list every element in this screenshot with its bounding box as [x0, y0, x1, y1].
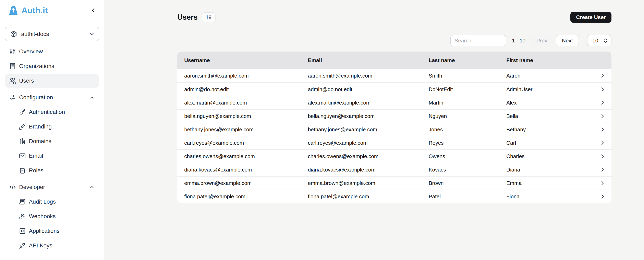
- table-body: aaron.smith@example.com aaron.smith@exam…: [177, 69, 612, 203]
- chevron-right-icon: [600, 167, 605, 172]
- sidebar-nav: Overview Organizations Users: [0, 41, 104, 257]
- column-header-email: Email: [301, 57, 422, 64]
- sidebar-item-branding[interactable]: Branding: [5, 120, 99, 133]
- sidebar-item-applications[interactable]: Applications: [5, 224, 99, 238]
- table-row[interactable]: alex.martin@example.com alex.martin@exam…: [177, 96, 612, 109]
- sidebar-item-audit-logs[interactable]: Audit Logs: [5, 195, 99, 209]
- next-page-button[interactable]: Next: [556, 35, 579, 46]
- chevron-down-icon: [89, 31, 95, 37]
- building-icon: [9, 63, 16, 70]
- pagination-range: 1 - 10: [512, 37, 526, 44]
- scroll-icon: [19, 198, 26, 205]
- paintbrush-icon: [19, 123, 26, 130]
- mail-icon: [19, 152, 26, 159]
- sidebar-item-organizations[interactable]: Organizations: [5, 59, 99, 73]
- table-row[interactable]: bella.nguyen@example.com bella.nguyen@ex…: [177, 109, 612, 123]
- page-header: Users 19 Create User: [177, 12, 612, 23]
- page-size-value: 10: [592, 37, 598, 44]
- chevron-right-icon: [600, 100, 605, 106]
- chevron-right-icon: [600, 180, 605, 186]
- sidebar-item-email[interactable]: Email: [5, 149, 99, 163]
- chevron-up-icon: [89, 184, 95, 190]
- chevron-right-icon: [600, 127, 605, 132]
- table-row[interactable]: aaron.smith@example.com aaron.smith@exam…: [177, 69, 612, 82]
- sidebar-item-api-keys[interactable]: API Keys: [5, 239, 99, 253]
- create-user-button[interactable]: Create User: [570, 12, 612, 23]
- table-row[interactable]: emma.brown@example.com emma.brown@exampl…: [177, 176, 612, 190]
- sidebar-item-configuration[interactable]: Configuration: [5, 91, 99, 104]
- column-header-first-name: First name: [500, 57, 594, 64]
- table-header-row: Username Email Last name First name: [177, 52, 612, 69]
- chevron-right-icon: [600, 194, 605, 199]
- column-header-username: Username: [177, 57, 301, 64]
- app-window-code-icon: [19, 227, 26, 235]
- table-row[interactable]: admin@do.not.edit admin@do.not.edit DoNo…: [177, 82, 612, 96]
- sidebar-item-authentication[interactable]: Authentication: [5, 105, 99, 119]
- project-name: authit-docs: [21, 31, 49, 37]
- chevron-left-icon: [90, 7, 96, 13]
- search-input[interactable]: [450, 35, 506, 46]
- sidebar-item-developer[interactable]: Developer: [5, 180, 99, 194]
- table-row[interactable]: bethany.jones@example.com bethany.jones@…: [177, 123, 612, 136]
- prev-page-button[interactable]: Prev: [530, 35, 553, 46]
- table-controls: 1 - 10 Prev Next 10: [177, 35, 612, 46]
- sidebar-item-domains[interactable]: Domains: [5, 134, 99, 148]
- code-icon: [9, 183, 16, 191]
- sidebar-header: Auth.it: [0, 0, 104, 21]
- building-skyscraper-icon: [19, 138, 26, 145]
- table-row[interactable]: fiona.patel@example.com fiona.patel@exam…: [177, 190, 612, 203]
- chevron-up-icon: [89, 95, 95, 100]
- column-header-last-name: Last name: [422, 57, 500, 64]
- dashboard-icon: [9, 48, 16, 55]
- key-icon: [19, 108, 26, 116]
- chevron-right-icon: [600, 87, 605, 92]
- table-row[interactable]: charles.owens@example.com charles.owens@…: [177, 149, 612, 163]
- sliders-icon: [9, 94, 16, 101]
- users-table: Username Email Last name First name aaro…: [177, 52, 612, 203]
- sidebar-item-roles[interactable]: Roles: [5, 164, 99, 177]
- cube-icon: [10, 30, 18, 38]
- id-badge-icon: [19, 167, 26, 174]
- lock-a-icon: [9, 5, 18, 15]
- page-size-select[interactable]: 10: [587, 35, 612, 46]
- chevron-right-icon: [600, 153, 605, 159]
- sidebar-item-webhooks[interactable]: Webhooks: [5, 209, 99, 223]
- chevron-right-icon: [600, 113, 605, 119]
- sidebar: Auth.it authit-docs: [0, 0, 104, 260]
- app-layout: Auth.it authit-docs: [0, 0, 644, 260]
- users-icon: [9, 77, 16, 84]
- chevron-up-down-icon: [603, 38, 608, 43]
- table-row[interactable]: carl.reyes@example.com carl.reyes@exampl…: [177, 136, 612, 149]
- sidebar-item-users[interactable]: Users: [5, 74, 99, 88]
- project-selector[interactable]: authit-docs: [5, 27, 99, 41]
- table-row[interactable]: diana.kovacs@example.com diana.kovacs@ex…: [177, 163, 612, 176]
- chevron-right-icon: [600, 140, 605, 146]
- main-content: Users 19 Create User 1 - 10 Prev Next 10…: [104, 0, 644, 260]
- app-title: Auth.it: [22, 6, 48, 15]
- sidebar-collapse-button[interactable]: [89, 6, 98, 15]
- chevron-right-icon: [600, 73, 605, 79]
- sidebar-item-overview[interactable]: Overview: [5, 45, 99, 58]
- plug-icon: [19, 242, 26, 249]
- user-count-badge: 19: [202, 12, 216, 22]
- webhook-icon: [19, 213, 26, 220]
- page-title: Users: [177, 13, 198, 21]
